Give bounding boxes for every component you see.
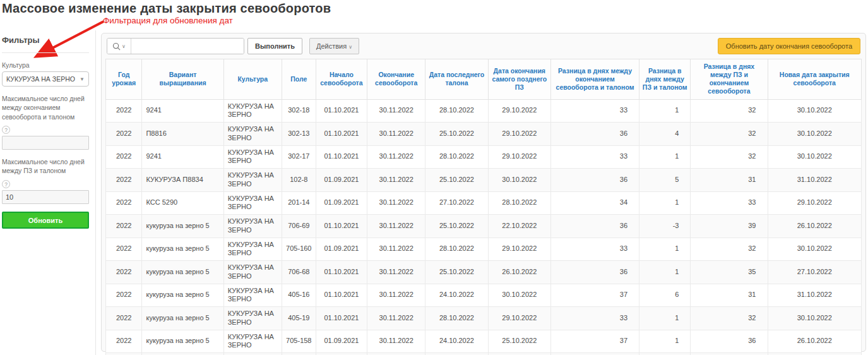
table-cell: 1 — [639, 307, 691, 330]
table-cell: 26.10.2022 — [768, 215, 862, 238]
table-cell: 405-16 — [282, 284, 316, 307]
help-icon[interactable]: ? — [2, 126, 10, 134]
table-cell: 01.10.2021 — [316, 123, 367, 146]
table-cell: 28.10.2022 — [425, 99, 488, 123]
table-cell: 24.10.2022 — [425, 284, 488, 307]
filters-panel: Фильтры Культура КУКУРУЗА НА ЗЕРНО ▼ Мак… — [0, 30, 96, 355]
table-cell: 2022 — [106, 330, 142, 353]
column-header[interactable]: Разница в днях между ПЗ и окончанием сев… — [691, 59, 768, 100]
table-cell: 30.11.2022 — [367, 169, 425, 192]
filters-title: Фильтры — [2, 35, 89, 53]
table-cell: 36 — [550, 123, 639, 146]
max-days-pz-input[interactable] — [2, 190, 89, 204]
table-cell: 30.10.2022 — [488, 169, 550, 192]
table-cell: 36 — [550, 261, 639, 284]
table-cell: 35 — [691, 261, 768, 284]
table-row: 20229241КУКУРУЗА НА ЗЕРНО302-1801.10.202… — [106, 99, 862, 123]
column-header[interactable]: Окончание севооборота — [367, 59, 425, 100]
column-header[interactable]: Начало севооборота — [316, 59, 367, 100]
table-cell: 01.09.2021 — [316, 169, 367, 192]
column-header[interactable]: Разница в днях между окончанием севообор… — [550, 59, 639, 100]
table-cell: КУКУРУЗА НА ЗЕРНО — [223, 215, 282, 238]
table-cell: 9241 — [142, 145, 223, 169]
table-cell: 102-8 — [282, 169, 316, 192]
column-header[interactable]: Разница в днях между ПЗ и талоном — [639, 59, 691, 100]
table-cell: 30.11.2022 — [367, 145, 425, 169]
table-cell: кукуруза на зерно 5 — [142, 238, 223, 261]
column-header[interactable]: Вариант выращивания — [142, 59, 223, 100]
table-cell: кукуруза на зерно 5 — [142, 284, 223, 307]
table-cell: 30.10.2022 — [768, 99, 862, 123]
table-cell: 24.10.2022 — [425, 330, 488, 353]
table-cell: 28.10.2022 — [425, 145, 488, 169]
table-cell: 2022 — [106, 191, 142, 215]
table-cell: 705-160 — [282, 238, 316, 261]
chevron-down-icon: ∨ — [122, 44, 126, 49]
table-cell: 30.11.2022 — [367, 99, 425, 123]
column-header[interactable]: Новая дата закрытия севооборота — [768, 59, 862, 100]
table-cell: 29.10.2022 — [768, 191, 862, 215]
table-cell: 705-158 — [282, 330, 316, 353]
table-header-row: Год урожаяВариант выращиванияКультураПол… — [106, 59, 862, 100]
table-cell: 22.10.2022 — [488, 215, 550, 238]
go-button[interactable]: Выполнить — [247, 38, 302, 54]
table-cell: 1 — [639, 330, 691, 353]
table-row: 2022кукуруза на зерно 5КУКУРУЗА НА ЗЕРНО… — [106, 261, 862, 284]
chevron-down-icon: ∨ — [348, 44, 352, 50]
table-cell: КУКУРУЗА НА ЗЕРНО — [223, 353, 282, 355]
table-cell: 2022 — [106, 284, 142, 307]
table-cell: 25.10.2022 — [425, 169, 488, 192]
table-cell: 706-81 — [282, 353, 316, 355]
report-toolbar: ∨ Выполнить Действия ∨ Обновить дату око… — [102, 33, 865, 59]
table-cell: 01.10.2021 — [316, 261, 367, 284]
column-header[interactable]: Поле — [282, 59, 316, 100]
annotation-label: Фильтрация для обновления дат — [103, 16, 233, 25]
table-row: 2022кукуруза на зерно 5КУКУРУЗА НА ЗЕРНО… — [106, 284, 862, 307]
update-button[interactable]: Обновить — [2, 212, 89, 229]
actions-menu-label: Действия — [316, 42, 347, 50]
table-cell: 201-14 — [282, 191, 316, 215]
table-cell: 2022 — [106, 169, 142, 192]
table-cell: 302-17 — [282, 145, 316, 169]
table-cell: 2022 — [106, 353, 142, 355]
search-icon[interactable]: ∨ — [107, 39, 131, 54]
table-cell: 30.11.2022 — [367, 261, 425, 284]
table-cell: КУКУРУЗА НА ЗЕРНО — [223, 191, 282, 215]
table-cell: 1 — [639, 145, 691, 169]
table-cell: 32 — [691, 307, 768, 330]
table-cell: 37 — [550, 330, 639, 353]
max-days-pz-label: Максимальное число дней между ПЗ и талон… — [2, 157, 89, 175]
table-cell: 28.10.2022 — [425, 307, 488, 330]
table-cell: 36 — [550, 169, 639, 192]
table-cell: 405-19 — [282, 307, 316, 330]
table-cell: 28 — [691, 353, 768, 355]
table-cell: 26.10.2022 — [488, 261, 550, 284]
table-cell: 706-69 — [282, 215, 316, 238]
table-cell: 01.10.2021 — [316, 307, 367, 330]
culture-select[interactable]: КУКУРУЗА НА ЗЕРНО ▼ — [2, 71, 89, 87]
table-row: 2022кукуруза на зерно 5КУКУРУЗА НА ЗЕРНО… — [106, 353, 862, 355]
column-header[interactable]: Культура — [223, 59, 282, 100]
table-row: 2022КУКУРУЗА П8834КУКУРУЗА НА ЗЕРНО102-8… — [106, 169, 862, 192]
search-input[interactable] — [131, 39, 244, 54]
max-days-talon-label: Максимальное число дней между окончанием… — [2, 94, 89, 121]
table-cell: 6 — [639, 284, 691, 307]
table-cell: 30.11.2022 — [367, 215, 425, 238]
column-header[interactable]: Дата окончания самого позднего ПЗ — [488, 59, 550, 100]
actions-menu-button[interactable]: Действия ∨ — [309, 38, 359, 54]
max-days-talon-input[interactable] — [2, 136, 89, 150]
update-end-date-button[interactable]: Обновить дату окончания севооборота — [718, 38, 860, 54]
table-cell: 30.10.2022 — [768, 123, 862, 146]
table-cell: 37 — [550, 284, 639, 307]
column-header[interactable]: Дата последнего талона — [425, 59, 488, 100]
table-cell: КУКУРУЗА П8834 — [142, 169, 223, 192]
help-icon[interactable]: ? — [2, 180, 10, 188]
report-table-wrap: Год урожаяВариант выращиванияКультураПол… — [105, 59, 862, 355]
table-cell: 28.10.2022 — [425, 238, 488, 261]
table-cell: 01.09.2021 — [316, 238, 367, 261]
column-header[interactable]: Год урожая — [106, 59, 142, 100]
table-cell: 2022 — [106, 123, 142, 146]
table-cell: кукуруза на зерно 5 — [142, 261, 223, 284]
table-cell: 30.10.2022 — [488, 284, 550, 307]
table-cell: 25.10.2022 — [488, 330, 550, 353]
